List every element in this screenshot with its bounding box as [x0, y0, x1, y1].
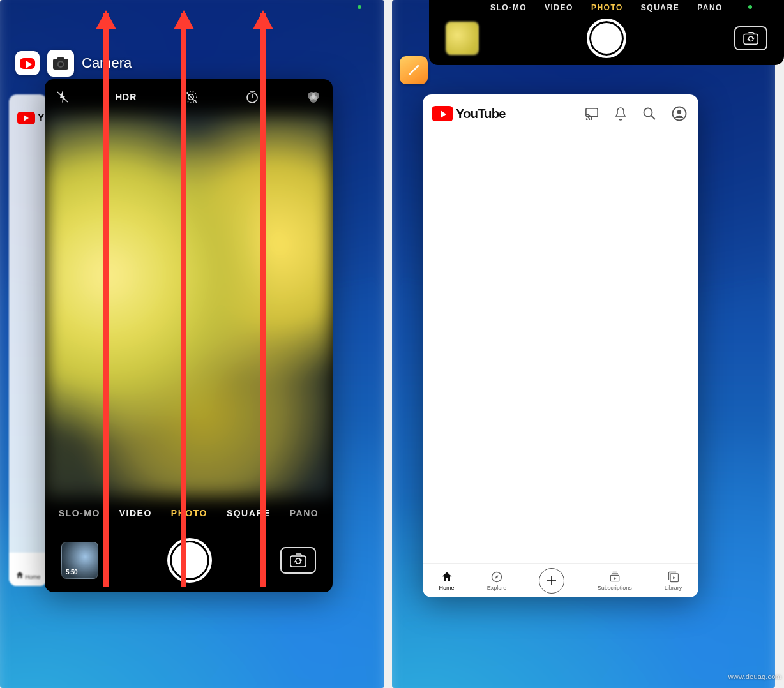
watermark-text: www.deuaq.com — [728, 673, 781, 680]
cast-icon[interactable] — [585, 107, 599, 120]
youtube-play-icon — [432, 106, 453, 121]
svg-rect-12 — [290, 556, 306, 567]
svg-rect-13 — [744, 34, 758, 45]
camera-indicator-dot — [748, 5, 752, 9]
camera-controls: 5:50 — [45, 528, 333, 592]
home-icon — [441, 571, 453, 583]
svg-point-16 — [644, 108, 652, 117]
shutter-button[interactable] — [587, 19, 626, 58]
camera-indicator-dot — [358, 5, 361, 9]
pages-app-icon — [400, 56, 428, 84]
mode-photo[interactable]: PHOTO — [591, 3, 623, 12]
filters-icon[interactable] — [306, 89, 321, 105]
pencil-icon — [406, 63, 421, 78]
switch-camera-button[interactable] — [280, 547, 316, 574]
mode-pano[interactable]: PANO — [290, 508, 319, 518]
mode-photo[interactable]: PHOTO — [171, 508, 207, 518]
youtube-play-icon — [20, 58, 35, 69]
switch-camera-button[interactable] — [734, 26, 767, 50]
mode-video[interactable]: VIDEO — [119, 508, 152, 518]
mode-square[interactable]: SQUARE — [641, 3, 679, 12]
svg-point-19 — [677, 110, 681, 114]
camera-controls — [429, 15, 784, 61]
svg-point-3 — [59, 62, 63, 66]
youtube-logo[interactable]: YouTube — [432, 106, 506, 121]
switcher-card-youtube[interactable]: YouTube Home Explore — [423, 94, 698, 597]
switch-camera-icon — [289, 553, 308, 568]
search-icon[interactable] — [642, 107, 656, 121]
last-photo-thumbnail[interactable] — [446, 22, 479, 55]
mode-pano[interactable]: PANO — [697, 3, 723, 12]
switcher-card-camera[interactable]: HDR SLO-MO VIDEO PHOTO SQUARE PANO 5:50 — [45, 79, 333, 592]
tab-subscriptions[interactable]: Subscriptions — [598, 571, 632, 591]
behind-card-home-tab: Home — [9, 553, 47, 586]
camera-top-bar: HDR — [45, 79, 333, 115]
shutter-button[interactable] — [167, 538, 212, 583]
screenshot-left: Home Y Camera HDR — [0, 0, 384, 688]
last-photo-thumbnail[interactable]: 5:50 — [61, 542, 98, 579]
tab-explore[interactable]: Explore — [487, 571, 507, 591]
switcher-card-youtube-behind[interactable]: Home — [9, 94, 47, 586]
switcher-card-camera-peek[interactable]: SLO-MO VIDEO PHOTO SQUARE PANO — [429, 0, 784, 65]
home-icon — [15, 571, 24, 580]
youtube-header: YouTube — [423, 94, 698, 133]
svg-line-17 — [651, 116, 655, 119]
switcher-app-label: Camera — [15, 50, 132, 77]
camera-app-icon — [47, 50, 74, 77]
switch-camera-icon — [742, 31, 760, 45]
camera-mode-strip[interactable]: SLO-MO VIDEO PHOTO SQUARE PANO — [45, 500, 333, 526]
tab-library[interactable]: Library — [665, 571, 682, 591]
camera-viewfinder[interactable] — [45, 115, 333, 497]
youtube-play-icon — [17, 112, 35, 124]
subscriptions-icon — [608, 571, 621, 583]
compass-icon — [490, 571, 503, 583]
youtube-tab-bar: Home Explore Subscriptions Library — [423, 563, 698, 597]
mode-video[interactable]: VIDEO — [545, 3, 573, 12]
swipe-up-arrow — [181, 13, 186, 587]
swipe-up-arrow — [103, 13, 109, 587]
mode-slo-mo[interactable]: SLO-MO — [59, 508, 100, 518]
account-icon[interactable] — [672, 106, 687, 121]
plus-icon — [546, 575, 557, 587]
flash-off-icon[interactable] — [56, 90, 69, 104]
youtube-app-icon — [15, 51, 40, 75]
svg-rect-14 — [586, 108, 598, 117]
camera-mode-strip: SLO-MO VIDEO PHOTO SQUARE PANO — [429, 0, 784, 15]
hdr-label[interactable]: HDR — [116, 92, 137, 102]
library-icon — [667, 571, 680, 583]
swipe-up-arrow — [260, 13, 266, 587]
svg-rect-1 — [57, 57, 64, 60]
notifications-icon[interactable] — [614, 107, 627, 121]
create-button[interactable] — [539, 568, 564, 594]
youtube-content-area[interactable] — [423, 133, 698, 563]
camera-icon — [52, 56, 69, 70]
svg-line-7 — [185, 91, 197, 103]
svg-point-15 — [586, 119, 587, 120]
timer-icon[interactable] — [245, 90, 259, 104]
youtube-header-actions — [585, 106, 687, 121]
tab-home[interactable]: Home — [439, 571, 455, 591]
mode-slo-mo[interactable]: SLO-MO — [490, 3, 527, 12]
svg-point-11 — [310, 95, 317, 103]
